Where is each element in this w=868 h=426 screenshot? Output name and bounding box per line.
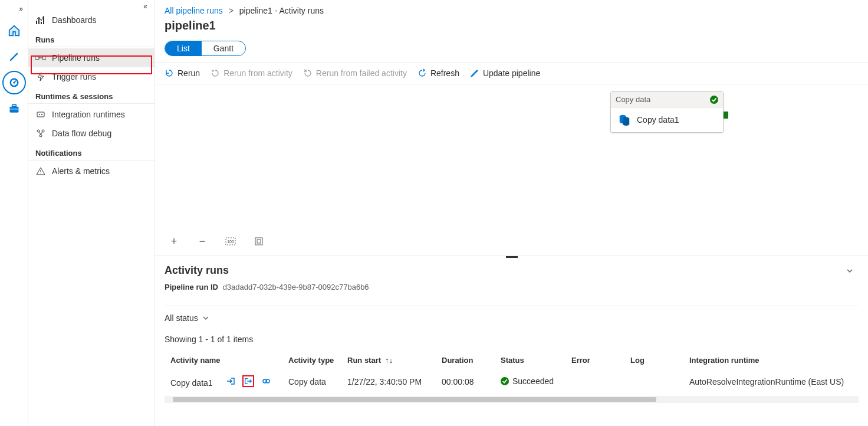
svg-rect-20 <box>255 238 262 245</box>
svg-text:100: 100 <box>227 240 234 244</box>
sidebar-item-integration-runtimes[interactable]: Integration runtimes <box>28 105 154 124</box>
rerun-activity-icon <box>211 68 220 78</box>
fullscreen-icon[interactable] <box>252 234 266 248</box>
activity-runs-table: Activity name Activity type Run start ↑↓… <box>165 351 859 394</box>
horizontal-scrollbar[interactable] <box>165 396 859 403</box>
node-name: Copy data1 <box>637 115 679 124</box>
rerun-failed-icon <box>303 68 313 78</box>
cell-activity-type: Copy data <box>282 369 341 394</box>
pencil-icon <box>8 51 20 63</box>
rerun-button[interactable]: Rerun <box>165 66 200 80</box>
svg-point-2 <box>13 81 15 83</box>
pipeline-run-id-value: d3adadd7-032b-439e-9b87-0092c77ba6b6 <box>223 283 369 291</box>
trigger-runs-icon <box>35 71 46 82</box>
rail-monitor[interactable] <box>2 71 26 94</box>
col-log[interactable]: Log <box>624 351 683 369</box>
gauge-icon <box>8 77 20 89</box>
details-icon[interactable] <box>260 375 272 387</box>
col-activity-type[interactable]: Activity type <box>282 351 341 369</box>
zoom-fit-icon[interactable]: 100 <box>223 234 238 248</box>
success-icon <box>501 377 509 385</box>
node-output-port[interactable] <box>724 112 728 119</box>
pane-resize-handle[interactable] <box>506 256 518 258</box>
scrollbar-thumb[interactable] <box>173 397 656 402</box>
refresh-button[interactable]: Refresh <box>417 66 459 80</box>
output-icon[interactable] <box>242 375 254 387</box>
chevron-down-icon <box>203 315 209 321</box>
view-gantt[interactable]: Gantt <box>202 41 245 55</box>
col-run-start[interactable]: Run start ↑↓ <box>341 351 436 369</box>
breadcrumb-root[interactable]: All pipeline runs <box>165 6 223 15</box>
cell-error <box>565 369 624 394</box>
sidebar-item-label: Alerts & metrics <box>52 166 110 176</box>
breadcrumb: All pipeline runs > pipeline1 - Activity… <box>155 0 868 18</box>
integration-runtimes-icon <box>35 109 46 120</box>
activity-runs-heading: Activity runs <box>165 264 229 277</box>
view-list[interactable]: List <box>165 41 202 55</box>
activity-node-copy-data[interactable]: Copy data Copy data1 <box>610 91 724 133</box>
activity-runs-section: Activity runs Pipeline run ID d3adadd7-0… <box>155 256 868 403</box>
sidebar-item-label: Trigger runs <box>52 72 96 81</box>
pipeline-run-id-label: Pipeline run ID <box>165 283 218 291</box>
svg-rect-7 <box>42 56 46 60</box>
col-activity-name[interactable]: Activity name <box>165 351 282 369</box>
cell-duration: 00:00:08 <box>436 369 495 394</box>
sidebar-collapse-toggle[interactable]: « <box>28 0 154 11</box>
svg-point-13 <box>40 135 42 137</box>
cell-log <box>624 369 683 394</box>
view-toggle: List Gantt <box>165 41 246 56</box>
rerun-from-failed-button: Rerun from failed activity <box>303 66 407 80</box>
node-type-label: Copy data <box>616 95 650 104</box>
col-integration-runtime[interactable]: Integration runtime <box>683 351 859 369</box>
col-error[interactable]: Error <box>565 351 624 369</box>
svg-rect-8 <box>37 112 44 117</box>
dashboards-icon <box>35 15 46 25</box>
svg-point-0 <box>9 78 18 87</box>
svg-rect-4 <box>12 104 16 106</box>
pipeline-canvas[interactable]: Copy data Copy data1 + − 100 <box>155 84 868 255</box>
col-status[interactable]: Status <box>495 351 565 369</box>
sort-icon: ↑↓ <box>385 356 393 365</box>
sidebar-item-alerts-metrics[interactable]: Alerts & metrics <box>28 162 154 181</box>
svg-rect-3 <box>9 107 18 113</box>
rail-home[interactable] <box>2 19 26 42</box>
sidebar-item-dataflow-debug[interactable]: Data flow debug <box>28 124 154 143</box>
sidebar-section-runtimes: Runtimes & sessions <box>28 86 154 104</box>
breadcrumb-current: pipeline1 - Activity runs <box>239 6 324 15</box>
collapse-section-icon[interactable] <box>846 267 859 275</box>
svg-point-24 <box>501 377 509 385</box>
update-pipeline-button[interactable]: Update pipeline <box>470 66 540 80</box>
success-icon <box>710 96 718 104</box>
rail-manage[interactable] <box>2 97 26 120</box>
zoom-out-icon[interactable]: − <box>195 234 209 248</box>
svg-point-9 <box>39 114 40 115</box>
nav-rail: » <box>0 0 28 426</box>
breadcrumb-sep: > <box>229 6 234 15</box>
input-icon[interactable] <box>225 375 236 387</box>
svg-point-10 <box>41 114 42 115</box>
sidebar-item-label: Pipeline runs <box>52 53 100 63</box>
alerts-icon <box>35 166 46 176</box>
rerun-icon <box>165 68 174 78</box>
rail-author[interactable] <box>2 45 26 68</box>
zoom-in-icon[interactable]: + <box>167 234 181 248</box>
edit-icon <box>470 68 479 78</box>
sidebar-item-dashboards[interactable]: Dashboards <box>28 11 154 30</box>
monitor-sidebar: « Dashboards Runs Pipeline runs Trigger … <box>28 0 155 426</box>
svg-point-15 <box>710 96 718 104</box>
col-duration[interactable]: Duration <box>436 351 495 369</box>
svg-point-1 <box>11 80 17 86</box>
pipeline-runs-icon <box>35 53 46 63</box>
refresh-icon <box>417 68 427 78</box>
sidebar-item-pipeline-runs[interactable]: Pipeline runs <box>28 48 154 67</box>
rail-expand-toggle[interactable]: » <box>0 5 28 17</box>
sidebar-item-trigger-runs[interactable]: Trigger runs <box>28 67 154 86</box>
table-row[interactable]: Copy data1 <box>165 369 859 394</box>
cell-activity-name: Copy data1 <box>170 378 213 388</box>
sidebar-item-label: Dashboards <box>52 15 97 25</box>
cell-run-start: 1/27/22, 3:40:50 PM <box>341 369 436 394</box>
page-title: pipeline1 <box>155 18 868 41</box>
canvas-tools: + − 100 <box>162 231 271 252</box>
status-filter-dropdown[interactable]: All status <box>165 311 209 325</box>
svg-rect-21 <box>257 240 261 243</box>
